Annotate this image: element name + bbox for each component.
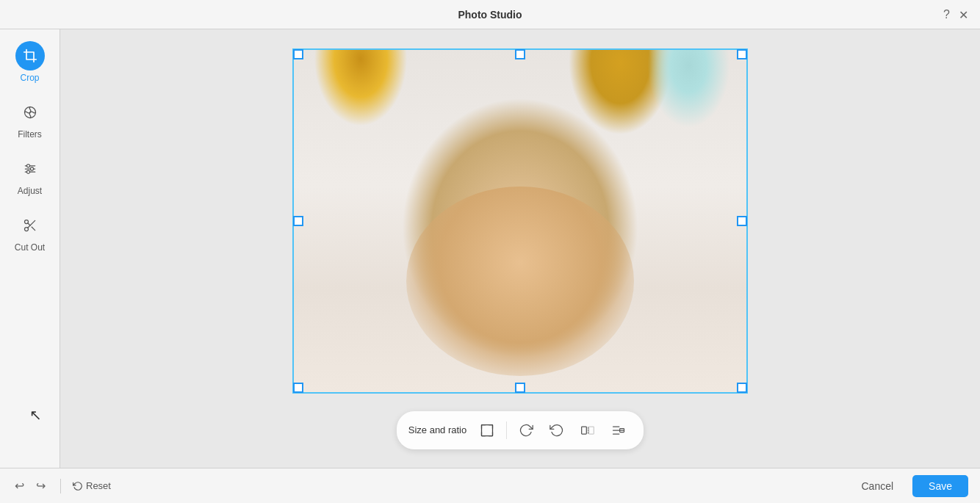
cutout-label: Cut Out [15,242,45,253]
svg-rect-13 [582,427,587,434]
crop-icon-wrap [15,41,45,70]
toolbar-divider-1 [506,421,507,439]
save-button[interactable]: Save [912,475,968,497]
flip-button[interactable] [574,417,601,444]
svg-point-5 [30,167,33,170]
sidebar-item-crop[interactable]: Crop [5,35,55,89]
undo-button[interactable]: ↩ [12,476,27,496]
close-icon[interactable]: ✕ [959,7,968,21]
size-ratio-label: Size and ratio [408,424,467,435]
cancel-button[interactable]: Cancel [849,476,905,496]
baby-face-shape [406,187,634,377]
bottom-bar: ↩ ↪ Reset Cancel Save [0,468,980,503]
bottom-right-controls: Cancel Save [849,475,968,497]
rotate-right-button[interactable] [513,417,539,444]
main-canvas-area: Size and ratio [60,29,980,468]
sidebar-item-adjust[interactable]: Adjust [5,148,55,202]
size-ratio-icon [480,423,494,438]
cursor-indicator: ↖ [29,406,42,424]
rotate-left-icon [550,423,564,438]
reset-label: Reset [86,480,111,491]
left-sidebar: Crop Filters Adjust [0,29,60,468]
svg-rect-15 [589,427,594,434]
reset-icon [73,481,83,491]
size-ratio-button[interactable] [474,417,500,444]
svg-line-10 [32,227,35,231]
redo-button[interactable]: ↪ [33,476,48,496]
help-icon[interactable]: ? [943,8,950,21]
svg-point-4 [26,164,29,167]
sidebar-item-filters[interactable]: Filters [5,92,55,145]
filters-icon-wrap [15,98,45,127]
sidebar-item-cutout[interactable]: Cut Out [5,205,55,258]
app-title: Photo Studio [458,9,522,21]
reset-button[interactable]: Reset [73,480,111,491]
scissors-icon [23,218,37,233]
photo-canvas [292,48,748,394]
svg-rect-12 [482,424,493,435]
rotate-right-icon [519,423,533,438]
svg-line-11 [27,223,29,225]
bottom-left-controls: ↩ ↪ Reset [12,476,111,496]
image-container[interactable] [292,48,748,394]
filters-label: Filters [18,129,42,140]
rotate-left-button[interactable] [544,417,570,444]
crop-toolbar: Size and ratio [397,411,644,449]
align-icon [611,423,626,438]
scissors-icon-wrap [15,211,45,240]
adjust-icon-wrap [15,154,45,184]
crop-label: Crop [20,73,39,83]
title-bar: Photo Studio ? ✕ [0,0,980,29]
svg-point-6 [26,170,29,173]
adjust-label: Adjust [18,186,42,196]
filters-icon [23,105,37,120]
adjust-icon [23,162,37,176]
flip-icon [580,423,595,438]
bottom-divider [60,479,61,493]
align-button[interactable] [605,417,632,444]
crop-icon [23,48,37,63]
window-controls: ? ✕ [943,7,968,21]
